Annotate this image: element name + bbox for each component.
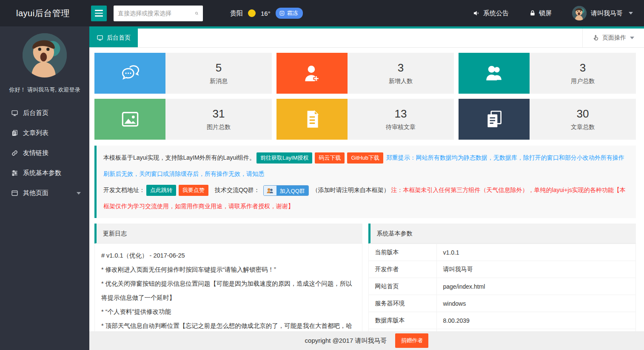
- stat-card-body: 3 用户总数: [530, 53, 636, 94]
- search-input[interactable]: [118, 10, 195, 17]
- chevron-down-icon: [630, 37, 634, 39]
- sidebar-item-label: 后台首页: [23, 109, 48, 117]
- window-icon: [11, 189, 18, 197]
- sidebar-item-system-params[interactable]: 系统基本参数: [0, 163, 89, 183]
- monitor-icon: [11, 109, 18, 117]
- doc-address-label: 开发文档地址：: [103, 186, 145, 193]
- quick-search: [114, 6, 203, 21]
- weather-alert-label: 霜冻: [287, 9, 298, 17]
- param-label: 服务器环境: [368, 295, 436, 312]
- github-download-button[interactable]: GitHub下载: [347, 152, 383, 164]
- main-content: 5 新消息 3 新增人数 3 用户总数: [89, 48, 644, 350]
- weather-temp: 16°: [261, 10, 271, 17]
- param-value: v1.0.1: [436, 244, 636, 261]
- stat-card-body: 13 待审核文章: [348, 99, 454, 140]
- table-row: 服务器环境 windows: [368, 295, 636, 312]
- param-label: 开发作者: [368, 261, 436, 278]
- sidebar: 你好！ 请叫我马哥, 欢迎登录 后台首页 文章列表 友情链接 系统基本参数: [0, 26, 89, 350]
- tab-label: 后台首页: [107, 34, 131, 42]
- system-params-title: 系统基本参数: [368, 224, 636, 244]
- doc-jump-button[interactable]: 点此跳转: [146, 185, 176, 196]
- sidebar-item-home[interactable]: 后台首页: [0, 103, 89, 123]
- user-avatar: [572, 6, 587, 20]
- system-announcement-label: 系统公告: [483, 9, 509, 17]
- notice-block: 本模板基于Layui实现，支持除LayIM外所有的Layui组件。前往获取Lay…: [94, 146, 636, 218]
- stat-label: 新消息: [210, 77, 228, 85]
- page-actions-label: 页面操作: [602, 34, 626, 42]
- param-label: 网站首页: [368, 278, 436, 295]
- copyright-text: copyright @2017 请叫我马哥: [305, 337, 387, 345]
- stat-label: 新增人数: [389, 77, 413, 85]
- tab-strip: 后台首页 页面操作: [89, 26, 644, 48]
- stat-value: 30: [577, 107, 589, 120]
- stat-card-new-users[interactable]: 3 新增人数: [276, 53, 454, 94]
- stat-card-body: 31 图片总数: [165, 99, 272, 140]
- qq-group-label: 技术交流QQ群：: [215, 186, 260, 193]
- join-qq-group-button[interactable]: 加入QQ群: [263, 185, 309, 196]
- changelog-title: 更新日志: [94, 224, 362, 244]
- changelog-line: # v1.0.1（优化） - 2017-06-25: [101, 249, 356, 263]
- article-icon: [11, 129, 18, 137]
- sidebar-menu: 后台首页 文章列表 友情链接 系统基本参数 其他页面: [0, 103, 89, 203]
- stat-label: 文章总数: [571, 123, 595, 131]
- image-icon: [94, 99, 165, 140]
- footer: copyright @2017 请叫我马哥 捐赠作者: [89, 331, 644, 350]
- lock-screen-link[interactable]: 锁屏: [529, 9, 552, 17]
- qq-note-text: （添加时请注明来自本框架）: [312, 186, 390, 193]
- tab-home[interactable]: 后台首页: [89, 29, 138, 47]
- sidebar-item-links[interactable]: 友情链接: [0, 143, 89, 163]
- profile-avatar[interactable]: [23, 33, 67, 77]
- system-announcement-link[interactable]: 系统公告: [473, 9, 509, 17]
- layim-license-button[interactable]: 前往获取LayIM授权: [256, 152, 312, 164]
- sidebar-item-articles[interactable]: 文章列表: [0, 123, 89, 143]
- chevron-down-icon: [629, 12, 633, 14]
- page-actions-dropdown[interactable]: 页面操作: [582, 29, 644, 47]
- top-header: layui后台管理 贵阳 16° 霜冻 系统公告 锁屏: [0, 0, 644, 26]
- chat-icon: [94, 53, 165, 94]
- stat-card-new-messages[interactable]: 5 新消息: [94, 53, 272, 94]
- stat-value: 3: [580, 61, 586, 75]
- stat-card-body: 5 新消息: [165, 53, 272, 94]
- sidebar-item-label: 友情链接: [23, 149, 48, 157]
- table-row: 开发作者 请叫我马哥: [368, 261, 636, 278]
- changelog-line: * “个人资料”提供修改功能: [101, 305, 356, 319]
- users-icon: [459, 53, 530, 94]
- header-right: 系统公告 锁屏 请叫我马哥: [473, 6, 644, 20]
- param-label: 当前版本: [368, 244, 436, 261]
- sidebar-item-label: 系统基本参数: [23, 169, 61, 177]
- menu-toggle-button[interactable]: [91, 6, 107, 21]
- files-icon: [459, 99, 530, 140]
- file-text-icon: [276, 99, 348, 140]
- hand-pointer-icon: [593, 34, 599, 41]
- stat-card-total-users[interactable]: 3 用户总数: [459, 53, 636, 94]
- stat-card-total-articles[interactable]: 30 文章总数: [459, 99, 636, 140]
- sidebar-item-label: 其他页面: [23, 189, 48, 197]
- weather-city: 贵阳: [230, 9, 243, 17]
- stat-card-pending-articles[interactable]: 13 待审核文章: [276, 99, 454, 140]
- donate-button[interactable]: 捐赠作者: [395, 333, 428, 348]
- param-value: 8.00.2039: [436, 312, 636, 329]
- gitee-download-button[interactable]: 码云下载: [315, 152, 345, 164]
- sun-icon: [248, 9, 256, 17]
- speaker-icon: [473, 9, 480, 17]
- weather-widget: 贵阳 16° 霜冻: [230, 8, 303, 19]
- param-value: 请叫我马哥: [436, 261, 636, 278]
- stat-label: 图片总数: [207, 123, 231, 131]
- user-menu[interactable]: 请叫我马哥: [572, 6, 633, 20]
- like-button[interactable]: 我要点赞: [179, 185, 208, 196]
- monitor-icon: [97, 34, 103, 41]
- stat-value: 5: [216, 61, 222, 75]
- table-row: 当前版本 v1.0.1: [368, 244, 636, 261]
- search-icon[interactable]: [195, 10, 199, 17]
- table-row: 数据库版本 8.00.2039: [368, 312, 636, 329]
- welcome-text: 你好！ 请叫我马哥, 欢迎登录: [0, 86, 89, 94]
- link-icon: [11, 149, 18, 157]
- notice-line-2: 开发文档地址：点此跳转我要点赞 技术交流QQ群： 加入QQ群 （添加时请注明来自…: [103, 182, 629, 214]
- frost-alert-icon: [279, 10, 285, 16]
- sidebar-item-other-pages[interactable]: 其他页面: [0, 183, 89, 203]
- stat-value: 13: [395, 107, 407, 120]
- weather-alert-badge[interactable]: 霜冻: [276, 8, 303, 19]
- stat-card-total-images[interactable]: 31 图片总数: [94, 99, 272, 140]
- sliders-icon: [11, 169, 18, 177]
- stat-cards: 5 新消息 3 新增人数 3 用户总数: [94, 53, 636, 140]
